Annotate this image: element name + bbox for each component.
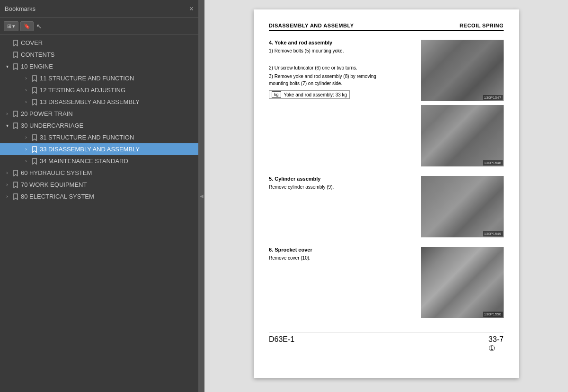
sidebar-item-33-disassembly[interactable]: › 33 DISASSEMBLY AND ASSEMBLY — [0, 143, 198, 155]
sidebar-header: Bookmarks × — [0, 0, 198, 18]
expander-30-undercarriage: ▾ — [4, 123, 10, 128]
doc-section-6-text: 6. Sprocket cover Remove cover (10). — [269, 247, 413, 263]
image-label-130p1550: 130P1550 — [483, 312, 503, 317]
sidebar-title: Bookmarks — [5, 5, 36, 12]
main-content: DISASSEMBLY AND ASSEMBLY RECOIL SPRING 4… — [204, 0, 568, 392]
bookmark-icon-13-disassembly — [31, 99, 38, 105]
expander-80-electrical: › — [4, 194, 10, 199]
doc-image-130p1548: 130P1548 — [421, 105, 504, 166]
sidebar-item-label-34-maintenance: 34 MAINTENANCE STANDARD — [40, 157, 195, 165]
sidebar-item-11-structure[interactable]: › 11 STRUCTURE AND FUNCTION — [0, 72, 198, 84]
sidebar-item-label-contents: CONTENTS — [21, 51, 195, 58]
sidebar-item-label-31-structure: 31 STRUCTURE AND FUNCTION — [40, 134, 195, 141]
doc-section-6: 6. Sprocket cover Remove cover (10). 130… — [269, 247, 504, 318]
sidebar-item-contents[interactable]: CONTENTS — [0, 49, 198, 61]
section-5-step-1: Remove cylinder assembly (9). — [269, 183, 413, 191]
sidebar-item-label-70-work: 70 WORK EQUIPMENT — [21, 181, 195, 188]
sidebar-item-60-hydraulic[interactable]: › 60 HYDRAULIC SYSTEM — [0, 167, 198, 179]
sidebar-item-label-33-disassembly: 33 DISASSEMBLY AND ASSEMBLY — [40, 146, 195, 153]
sidebar-item-label-11-structure: 11 STRUCTURE AND FUNCTION — [40, 75, 195, 82]
doc-header-right: RECOIL SPRING — [460, 23, 504, 28]
bookmark-icon-33-disassembly — [31, 146, 38, 153]
expander-31-structure: › — [23, 135, 29, 140]
bookmark-icon-cover — [12, 40, 19, 46]
bookmark-icon-12-testing — [31, 87, 38, 94]
bookmark-icon-60-hydraulic — [12, 170, 19, 176]
expander-60-hydraulic: › — [4, 170, 10, 175]
image-label-130p1547: 130P1547 — [483, 95, 503, 100]
doc-image-130p1550: 130P1550 — [421, 247, 504, 318]
doc-section-5-text: 5. Cylinder assembly Remove cylinder ass… — [269, 176, 413, 192]
grid-view-button[interactable]: ⊞ ▾ — [4, 21, 18, 31]
expander-20-power: › — [4, 111, 10, 116]
document-header: DISASSEMBLY AND ASSEMBLY RECOIL SPRING — [269, 23, 504, 31]
section-4-step-1: 1) Remove bolts (5) mounting yoke. — [269, 47, 413, 54]
bookmark-button[interactable]: 🔖 — [20, 21, 34, 31]
grid-icon: ⊞ — [7, 23, 11, 29]
document-footer: D63E-1 33-7 ① — [269, 332, 504, 353]
doc-header-left: DISASSEMBLY AND ASSEMBLY — [269, 23, 354, 28]
doc-section-4-text: 4. Yoke and rod assembly 1) Remove bolts… — [269, 40, 413, 99]
sidebar-item-label-12-testing: 12 TESTING AND ADJUSTING — [40, 87, 195, 94]
bookmark-icon-11-structure — [31, 75, 38, 82]
doc-footer-right: 33-7 ① — [488, 335, 504, 353]
panel-resize-handle[interactable] — [199, 0, 204, 392]
doc-section-5: 5. Cylinder assembly Remove cylinder ass… — [269, 176, 504, 237]
bookmark-icon-80-electrical — [12, 193, 19, 200]
sidebar-item-label-80-electrical: 80 ELECTRICAL SYSTEM — [21, 193, 195, 200]
sidebar-item-34-maintenance[interactable]: › 34 MAINTENANCE STANDARD — [0, 155, 198, 167]
sidebar-item-label-60-hydraulic: 60 HYDRAULIC SYSTEM — [21, 169, 195, 176]
close-button[interactable]: × — [189, 5, 194, 13]
sidebar-item-31-structure[interactable]: › 31 STRUCTURE AND FUNCTION — [0, 131, 198, 143]
expander-12-testing: › — [23, 87, 29, 93]
sidebar-item-30-undercarriage[interactable]: ▾ 30 UNDERCARRIAGE — [0, 120, 198, 131]
bookmark-icon-70-work — [12, 182, 19, 188]
sidebar-item-cover[interactable]: COVER — [0, 37, 198, 49]
doc-image-130p1549: 130P1549 — [421, 176, 504, 237]
expander-33-disassembly: › — [23, 147, 29, 152]
sidebar-item-label-20-power: 20 POWER TRAIN — [21, 110, 195, 117]
bookmark-icon-contents — [12, 52, 19, 58]
section-4-step-2: 2) Unscrew lubricator (6) one or two tur… — [269, 64, 413, 71]
toolbar: ⊞ ▾ 🔖 ↖ — [0, 18, 198, 35]
expander-34-maintenance: › — [23, 158, 29, 164]
bookmark-icon-30-undercarriage — [12, 122, 19, 129]
bookmark-icon-31-structure — [31, 134, 38, 141]
expander-70-work: › — [4, 182, 10, 187]
sidebar-item-13-disassembly[interactable]: › 13 DISASSEMBLY AND ASSEMBLY — [0, 96, 198, 108]
sidebar-item-label-30-undercarriage: 30 UNDERCARRIAGE — [21, 122, 195, 129]
weight-icon: kg — [272, 91, 281, 98]
sidebar-item-70-work[interactable]: › 70 WORK EQUIPMENT — [0, 179, 198, 191]
sidebar-item-10-engine[interactable]: ▾ 10 ENGINE — [0, 61, 198, 72]
doc-section-4: 4. Yoke and rod assembly 1) Remove bolts… — [269, 40, 504, 166]
image-label-130p1548: 130P1548 — [483, 160, 503, 166]
weight-label: Yoke and rod assembly: 33 kg — [284, 92, 347, 97]
expander-10-engine: ▾ — [4, 64, 10, 69]
bookmark-icon-10-engine — [12, 63, 19, 70]
sidebar-item-12-testing[interactable]: › 12 TESTING AND ADJUSTING — [0, 84, 198, 96]
doc-footer-left: D63E-1 — [269, 335, 294, 353]
image-label-130p1549: 130P1549 — [483, 231, 503, 236]
sidebar-item-80-electrical[interactable]: › 80 ELECTRICAL SYSTEM — [0, 191, 198, 202]
grid-dropdown-icon: ▾ — [12, 23, 15, 29]
bookmark-icon-20-power — [12, 111, 19, 117]
section-6-step-1: Remove cover (10). — [269, 254, 413, 261]
sidebar-item-label-cover: COVER — [21, 39, 195, 46]
section-5-title: 5. Cylinder assembly — [269, 176, 413, 182]
sidebar-item-20-power[interactable]: › 20 POWER TRAIN — [0, 108, 198, 120]
doc-page-number: 33-7 — [488, 335, 504, 343]
section-4-step-3: 3) Remove yoke and rod assembly (8) by r… — [269, 73, 413, 87]
doc-footer-note: ① — [488, 344, 495, 352]
expander-11-structure: › — [23, 76, 29, 81]
cursor-icon: ↖ — [36, 23, 42, 30]
tree-panel: COVER CONTENTS ▾ 10 ENGINE › 11 STRUCTUR… — [0, 35, 198, 392]
bookmark-icon: 🔖 — [24, 23, 30, 29]
section-4-title: 4. Yoke and rod assembly — [269, 40, 413, 45]
bookmark-icon-34-maintenance — [31, 158, 38, 165]
doc-image-130p1547: 130P1547 — [421, 40, 504, 101]
sidebar-item-label-10-engine: 10 ENGINE — [21, 63, 195, 70]
document-page: DISASSEMBLY AND ASSEMBLY RECOIL SPRING 4… — [254, 9, 519, 378]
section-6-title: 6. Sprocket cover — [269, 247, 413, 253]
sidebar-item-label-13-disassembly: 13 DISASSEMBLY AND ASSEMBLY — [40, 98, 195, 105]
sidebar: Bookmarks × ⊞ ▾ 🔖 ↖ COVER CONTENTS — [0, 0, 199, 392]
